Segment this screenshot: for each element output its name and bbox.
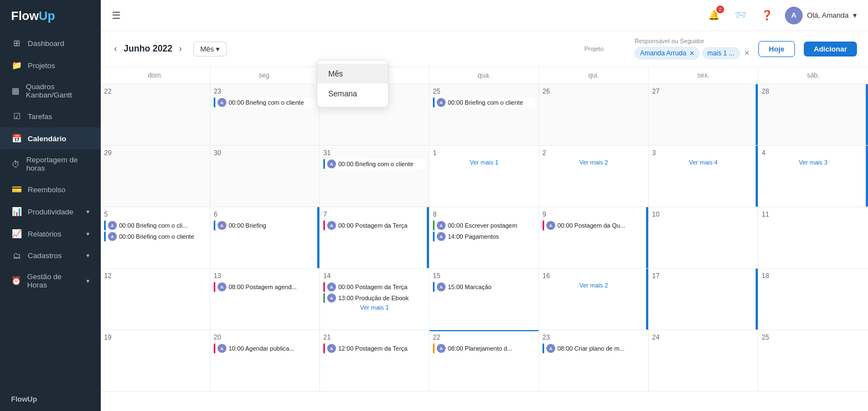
- calendar-event[interactable]: A 00:00 Escrever postagem: [433, 220, 535, 230]
- calendar-event[interactable]: A 00:00 Briefing com o cliente: [214, 97, 316, 107]
- reembolso-icon: 💳: [11, 184, 22, 194]
- calendar-event[interactable]: A 12:00 Postagem da Terça: [323, 343, 426, 353]
- event-avatar: A: [437, 232, 446, 241]
- filter-clear-icon[interactable]: ×: [745, 48, 750, 58]
- day-number: 19: [104, 333, 206, 341]
- user-name: Olá, Amanda: [807, 11, 849, 19]
- cadastros-icon: 🗂: [11, 251, 22, 260]
- add-button[interactable]: Adicionar: [804, 42, 857, 56]
- cal-cell: 8 A 00:00 Escrever postagem A 14:00 Paga…: [430, 207, 539, 268]
- calendar-event[interactable]: A 00:00 Postagem da Qu...: [542, 220, 645, 230]
- event-text: 00:00 Escrever postagem: [448, 222, 517, 229]
- today-button[interactable]: Hoje: [758, 41, 795, 57]
- day-number: 13: [214, 272, 316, 280]
- calendar-event[interactable]: A 14:00 Pagamentos: [433, 232, 535, 242]
- calendar-event[interactable]: A 00:00 Briefing com o cliente: [323, 159, 426, 169]
- day-number: 4: [762, 149, 865, 157]
- calendar-event[interactable]: A 00:00 Postagem da Terça: [323, 220, 426, 230]
- cal-cell: 5 A 00:00 Briefing com o cli... A 00:00 …: [101, 207, 210, 268]
- day-number: 16: [542, 272, 645, 280]
- cal-cell: 21 A 12:00 Postagem da Terça: [320, 330, 430, 391]
- sidebar-item-reportagem[interactable]: ⏱ Reportagem de horas: [0, 150, 101, 178]
- cal-cell: 30: [210, 146, 320, 207]
- inbox-icon[interactable]: 📨: [732, 7, 750, 24]
- project-section: Projeto: [584, 45, 603, 52]
- calendar-event[interactable]: A 00:00 Postagem da Terça: [323, 282, 426, 292]
- cal-cell: 25: [758, 330, 868, 391]
- day-number: 15: [433, 272, 535, 280]
- cal-cell: 11: [758, 207, 868, 268]
- calendar-event[interactable]: A 00:00 Briefing: [214, 220, 316, 230]
- calendar-event[interactable]: A 08:00 Criar plano de m...: [542, 343, 645, 353]
- event-avatar: A: [218, 221, 226, 230]
- help-icon[interactable]: ❓: [758, 7, 776, 24]
- sidebar: FlowUp ⊞ Dashboard 📁 Projetos ▦ Quadros …: [0, 0, 101, 411]
- calendar-event[interactable]: A 10:00 Agendar publica...: [214, 343, 316, 353]
- calendar-event[interactable]: A 08:00 Planejamento d...: [433, 343, 535, 353]
- cal-cell: 23 A 08:00 Criar plano de m...: [539, 330, 649, 391]
- event-avatar: A: [327, 160, 336, 168]
- event-text: 08:00 Criar plano de m...: [557, 345, 624, 352]
- calendar-event[interactable]: A 00:00 Briefing com o cliente: [104, 232, 206, 242]
- ver-mais-link[interactable]: Ver mais 3: [762, 159, 865, 166]
- cal-cell: 12: [101, 269, 210, 330]
- filter-chip-amanda[interactable]: Amanda Arruda ×: [634, 47, 700, 60]
- calendar-nav: ‹ Junho 2022 ›: [112, 42, 184, 56]
- cal-cell: 15 A 15:00 Marcação: [430, 269, 539, 330]
- sidebar-item-cadastros[interactable]: 🗂 Cadastros ▾: [0, 245, 101, 266]
- event-avatar: A: [546, 221, 555, 230]
- day-number: 31: [323, 149, 426, 157]
- cal-cell: 29: [101, 146, 210, 207]
- sidebar-item-label: Produtividade: [28, 208, 74, 216]
- calendar-event[interactable]: A 08:00 Postagem agend...: [214, 282, 316, 292]
- menu-icon[interactable]: ☰: [112, 9, 121, 22]
- next-month-button[interactable]: ›: [177, 42, 184, 56]
- sidebar-item-label: Gestão de Horas: [27, 273, 81, 289]
- cal-cell: 16 Ver mais 2: [539, 269, 649, 330]
- ver-mais-link[interactable]: Ver mais 1: [323, 304, 426, 311]
- dropdown-item-mes[interactable]: Mês: [317, 64, 388, 84]
- event-avatar: A: [108, 232, 117, 241]
- user-menu[interactable]: A Olá, Amanda ▾: [785, 7, 857, 24]
- weekday-sab: sáb.: [758, 67, 868, 84]
- sidebar-item-dashboard[interactable]: ⊞ Dashboard: [0, 32, 101, 54]
- calendar-event[interactable]: A 00:00 Briefing com o cli...: [104, 220, 206, 230]
- sidebar-item-produtividade[interactable]: 📊 Produtividade ▾: [0, 201, 101, 223]
- sidebar-item-gestao[interactable]: ⏰ Gestão de Horas ▾: [0, 266, 101, 295]
- cal-cell: 13 A 08:00 Postagem agend...: [210, 269, 320, 330]
- sidebar-item-relatorios[interactable]: 📈 Relatórios ▾: [0, 223, 101, 245]
- filter-chip-close[interactable]: ×: [690, 49, 694, 58]
- ver-mais-link[interactable]: Ver mais 2: [542, 159, 645, 166]
- filter-chip-mais[interactable]: mais 1 ...: [702, 47, 740, 59]
- ver-mais-link[interactable]: Ver mais 4: [652, 159, 755, 166]
- gestao-icon: ⏰: [11, 276, 22, 286]
- day-number: 24: [652, 333, 755, 341]
- sidebar-item-kanban[interactable]: ▦ Quadros Kanban/Gantt: [0, 76, 101, 105]
- prev-month-button[interactable]: ‹: [112, 42, 119, 56]
- calendar-event[interactable]: A 00:00 Briefing com o cliente: [433, 97, 535, 107]
- event-text: 00:00 Briefing com o cliente: [229, 99, 304, 106]
- event-avatar: A: [437, 98, 446, 107]
- project-label: Projeto: [584, 45, 603, 52]
- dashboard-icon: ⊞: [11, 38, 22, 48]
- ver-mais-link[interactable]: Ver mais 1: [433, 159, 535, 166]
- sidebar-item-reembolso[interactable]: 💳 Reembolso: [0, 178, 101, 201]
- event-avatar: A: [218, 344, 226, 353]
- day-number: 25: [433, 88, 535, 95]
- calendar-event[interactable]: A 13:00 Produção de Ebook: [323, 293, 426, 303]
- ver-mais-link[interactable]: Ver mais 2: [542, 282, 645, 289]
- event-avatar: A: [327, 294, 336, 302]
- notifications-icon[interactable]: 🔔 2: [705, 7, 723, 24]
- day-number: 22: [433, 333, 535, 341]
- sidebar-item-calendario[interactable]: 📅 Calendário: [0, 127, 101, 150]
- view-selector-button[interactable]: Mês ▾: [193, 42, 228, 56]
- weekday-qua: qua.: [430, 67, 539, 84]
- sidebar-item-label: Reembolso: [28, 186, 65, 194]
- sidebar-item-tarefas[interactable]: ☑ Tarefas: [0, 105, 101, 127]
- cal-cell: 26: [539, 84, 649, 145]
- cal-cell: 9 A 00:00 Postagem da Qu...: [539, 207, 649, 268]
- day-number: 29: [104, 149, 206, 157]
- calendar-event[interactable]: A 15:00 Marcação: [433, 282, 535, 292]
- sidebar-item-projetos[interactable]: 📁 Projetos: [0, 54, 101, 76]
- dropdown-item-semana[interactable]: Semana: [317, 84, 388, 104]
